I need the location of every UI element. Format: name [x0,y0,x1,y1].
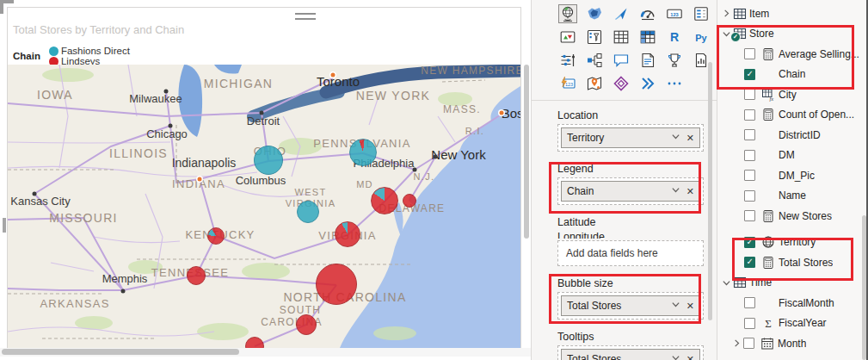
map-city-dot [331,73,336,78]
map-bubble-maryland[interactable] [371,187,398,214]
chevron-down-icon[interactable] [671,300,680,312]
field-row-territory[interactable]: Territory [717,233,868,253]
checkbox-unchecked[interactable] [744,109,755,121]
well-dropzone[interactable]: Total Stores✕ [557,292,704,320]
table-visual-icon[interactable] [612,28,631,47]
checkbox-unchecked[interactable] [744,170,755,181]
multi-row-card-visual-icon[interactable] [692,4,711,23]
well-dropzone-empty[interactable]: Add data fields here [557,240,704,266]
more-visual-icon[interactable] [665,74,684,93]
field-row-city[interactable]: fxCity [717,84,868,105]
checkbox-checked[interactable] [744,257,755,268]
map-bubble-pennsylvania[interactable] [349,139,377,166]
field-row-chain[interactable]: Chain [717,65,868,85]
map-bubble-tennessee[interactable] [187,266,206,285]
map-bubble-kentucky[interactable] [207,227,225,245]
field-label: FiscalMonth [779,297,834,309]
field-row-store[interactable]: ✓Store [717,24,868,45]
checkbox-checked[interactable] [744,69,755,80]
well-dropzone[interactable]: Territory✕ [557,124,704,152]
chevron-down-icon[interactable] [671,132,680,144]
canvas-vertical-scrollbar[interactable] [524,65,529,239]
remove-field-icon[interactable]: ✕ [686,301,694,312]
visual-grab-handle-icon[interactable] [295,13,316,23]
field-row-time[interactable]: Time [717,273,868,294]
matrix-visual-icon[interactable] [638,28,657,47]
chevron-right-icon[interactable] [722,9,733,19]
metrics-visual-icon[interactable] [665,51,684,70]
well-label-longitude: Longitude [557,231,704,239]
field-row-item[interactable]: Item [717,3,868,24]
map-visual[interactable]: IOWAMICHIGANILLINOISINDIANAOHIOPENNSYLVA… [8,65,520,348]
canvas-horizontal-scrollbar[interactable] [2,349,239,355]
decomposition-tree-visual-icon[interactable] [585,51,604,70]
azure-map-visual-icon[interactable] [612,4,631,23]
field-row-month[interactable]: Month [717,333,868,354]
map-bubble-south-carolina[interactable] [296,314,317,335]
calc-icon [761,47,779,61]
checkbox-unchecked[interactable] [744,129,755,140]
field-pill-total-stores[interactable]: Total Stores✕ [561,295,700,316]
map-bubble-north-carolina[interactable] [316,264,357,305]
checkbox-unchecked[interactable] [744,210,755,221]
legend-item[interactable]: Fashions Direct [49,46,130,56]
field-pill-territory[interactable]: Territory✕ [561,127,700,148]
kpi-visual-icon[interactable] [558,28,577,47]
checkbox-unchecked[interactable] [744,150,755,161]
chevron-right-icon[interactable] [732,338,743,349]
map-globe-visual-icon[interactable] [558,4,577,23]
field-row-fiscalmonth[interactable]: FiscalMonth [717,293,868,313]
well-dropzone[interactable]: Chain✕ [557,177,704,205]
field-row-total-stores[interactable]: Total Stores [717,252,868,273]
map-bubble-delaware[interactable] [403,194,416,208]
field-pill-label: Total Stores [567,353,671,360]
r-script-visual-icon[interactable]: R [665,28,684,47]
field-row-new-stores[interactable]: New Stores [717,206,868,227]
map-bubble-virginia[interactable] [335,221,360,247]
map-city-dot [434,155,438,159]
visual-title: Total Stores by Territory and Chain [13,23,184,36]
field-row-count-of-open-[interactable]: Count of Open... [717,105,868,126]
selection-corner-handle[interactable] [0,0,3,14]
chevron-down-icon[interactable] [671,185,680,197]
checkbox-unchecked[interactable] [743,338,754,349]
map-visual-card[interactable]: Total Stores by Territory and Chain Chai… [7,7,521,348]
card-visual-icon[interactable]: 123 [665,4,684,23]
remove-field-icon[interactable]: ✕ [686,354,694,360]
selection-side-handle[interactable] [3,218,6,233]
checkbox-unchecked[interactable] [744,190,755,202]
field-label: Item [749,8,769,20]
slicer-visual-icon[interactable] [585,28,604,47]
remove-field-icon[interactable]: ✕ [686,186,694,197]
key-influencers-visual-icon[interactable] [558,51,577,70]
map-bubble-ohio[interactable] [254,146,283,175]
checkbox-unchecked[interactable] [744,89,755,100]
field-row-dm[interactable]: DM [717,146,868,166]
field-row-districtid[interactable]: DistrictID [717,125,868,146]
checkbox-unchecked[interactable] [744,297,755,308]
remove-field-icon[interactable]: ✕ [686,133,694,144]
field-pill-chain[interactable]: Chain✕ [561,181,700,202]
field-row-fiscalyear[interactable]: ΣFiscalYear [717,313,868,334]
filled-map-visual-icon[interactable] [585,4,604,23]
field-pill-total-stores[interactable]: Total Stores✕ [561,349,700,360]
field-row-dm-pic[interactable]: DM_Pic [717,165,868,186]
checkbox-checked[interactable] [744,237,755,248]
field-row-name[interactable]: Name [717,186,868,207]
visualizations-pane-scrollbar[interactable] [708,62,712,320]
checkbox-unchecked[interactable] [744,318,755,329]
chevron-down-icon[interactable] [671,353,680,360]
power-automate-visual-icon[interactable] [638,74,657,93]
power-apps-visual-icon[interactable] [612,74,631,93]
chevron-down-icon[interactable] [722,277,733,288]
python-visual-icon[interactable]: Py [692,28,711,47]
qna-visual-icon[interactable] [612,51,631,70]
field-row-average-selling-[interactable]: Average Selling... [717,44,868,65]
gauge-visual-icon[interactable] [638,4,657,23]
smart-narrative-visual-icon[interactable] [638,51,657,70]
checkbox-unchecked[interactable] [744,48,755,59]
map-bubble-west-virginia[interactable] [297,201,319,223]
arcgis-map-visual-icon[interactable] [585,74,604,93]
well-dropzone[interactable]: Total Stores✕ [557,345,704,360]
power-apps-123-visual-icon[interactable]: 123 [558,74,577,93]
